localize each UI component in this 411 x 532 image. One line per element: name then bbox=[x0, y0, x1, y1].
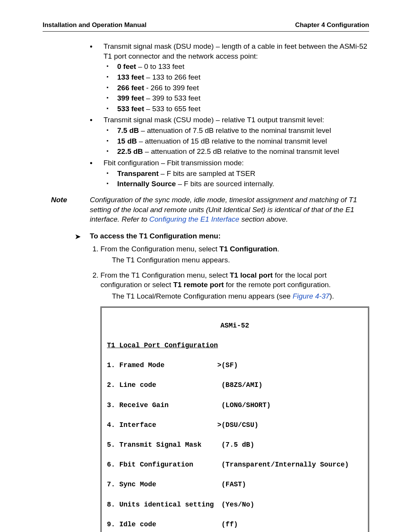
dsu-item: 0 feet – 0 to 133 feet bbox=[104, 62, 369, 72]
page-header: Installation and Operation Manual Chapte… bbox=[43, 21, 369, 32]
bullet-dsu: Transmit signal mask (DSU mode) – length… bbox=[90, 42, 369, 113]
terminal-row: 8. Units identical setting (Yes/No) bbox=[107, 500, 363, 510]
step2-post: for the remote port configuration. bbox=[226, 281, 331, 289]
term-c1: 1. Framed Mode bbox=[107, 360, 217, 370]
note-block: Note Configuration of the sync mode, idl… bbox=[90, 195, 369, 224]
csu-item: 7.5 dB – attenuation of 7.5 dB relative … bbox=[104, 126, 369, 136]
note-link[interactable]: Configuring the E1 Interface bbox=[149, 215, 239, 223]
terminal-title: ASMi-52 bbox=[107, 321, 363, 331]
dsu-b: 266 feet bbox=[117, 84, 144, 92]
csu-item: 15 dB – attenuation of 15 dB relative to… bbox=[104, 136, 369, 146]
terminal-row: 1. Framed Mode>(SF) bbox=[107, 360, 363, 370]
dsu-b: 133 feet bbox=[117, 73, 144, 81]
procedure-steps: From the Configuration menu, select T1 C… bbox=[90, 244, 369, 301]
term-c2: (7.5 dB) bbox=[217, 440, 254, 450]
csu-t: – attenuation of 15 dB relative to the n… bbox=[137, 137, 327, 145]
terminal-heading: T1 Local Port Configuration bbox=[107, 340, 363, 350]
dsu-t: – 133 to 266 feet bbox=[144, 73, 201, 81]
csu-t: – attenuation of 22.5 dB relative to the… bbox=[143, 147, 339, 155]
dsu-b: 399 feet bbox=[117, 94, 144, 102]
step1-bold: T1 Configuration bbox=[220, 245, 277, 253]
term-c1: 2. Line code bbox=[107, 380, 217, 390]
dsu-item: 533 feet – 533 to 655 feet bbox=[104, 104, 369, 114]
dsu-t: – 0 to 133 feet bbox=[136, 62, 185, 70]
arrow-icon: ➤ bbox=[75, 232, 81, 242]
term-c2: (ff) bbox=[217, 519, 238, 529]
step2-b1: T1 local port bbox=[230, 271, 273, 279]
term-c1: 8. Units identical setting bbox=[107, 500, 217, 510]
csu-b: 7.5 dB bbox=[117, 126, 139, 134]
dsu-b: 533 feet bbox=[117, 105, 144, 113]
term-c1: 7. Sync Mode bbox=[107, 479, 217, 489]
terminal-row: 9. Idle code (ff) bbox=[107, 519, 363, 529]
dsu-item: 266 feet - 266 to 399 feet bbox=[104, 83, 369, 93]
header-right: Chapter 4 Configuration bbox=[295, 21, 369, 29]
term-c2: >(SF) bbox=[217, 360, 238, 370]
step2-pre: From the T1 Configuration menu, select bbox=[100, 271, 230, 279]
bullet-fbit: Fbit configuration – Fbit transmission m… bbox=[90, 158, 369, 189]
terminal-row: 4. Interface>(DSU/CSU) bbox=[107, 420, 363, 430]
fbit-item: Internally Source – F bits are sourced i… bbox=[104, 179, 369, 189]
step2-sub-pre: The T1 Local/Remote Configuration menu a… bbox=[112, 292, 293, 300]
step2-b2: T1 remote port bbox=[173, 281, 224, 289]
note-label: Note bbox=[51, 195, 67, 205]
terminal-row: 6. Fbit Configuration (Transparent/Inter… bbox=[107, 460, 363, 470]
terminal-screen: ASMi-52 T1 Local Port Configuration 1. F… bbox=[100, 307, 369, 532]
dsu-t: – 533 to 655 feet bbox=[144, 105, 201, 113]
dsu-t: - 266 to 399 feet bbox=[144, 84, 199, 92]
step1-result: The T1 Configuration menu appears. bbox=[100, 255, 369, 265]
term-c2: (Yes/No) bbox=[217, 500, 254, 510]
csu-t: – attenuation of 7.5 dB relative to the … bbox=[139, 126, 331, 134]
step1-pre: From the Configuration menu, select bbox=[100, 245, 220, 253]
page: Installation and Operation Manual Chapte… bbox=[0, 0, 411, 532]
procedure-heading: ➤ To access the T1 Configuration menu: bbox=[90, 231, 369, 241]
step-2: From the T1 Configuration menu, select T… bbox=[100, 270, 369, 301]
dsu-intro: Transmit signal mask (DSU mode) – length… bbox=[104, 42, 367, 60]
fbit-b: Transparent bbox=[117, 169, 159, 177]
term-c1: 9. Idle code bbox=[107, 519, 217, 529]
term-c1: 5. Transmit Signal Mask bbox=[107, 440, 217, 450]
term-c2: (FAST) bbox=[217, 479, 246, 489]
term-c2: (B8ZS/AMI) bbox=[217, 380, 263, 390]
term-c2: >(DSU/CSU) bbox=[217, 420, 258, 430]
procedure-title: To access the T1 Configuration menu: bbox=[90, 232, 221, 240]
dsu-item: 399 feet – 399 to 533 feet bbox=[104, 93, 369, 103]
dsu-b: 0 feet bbox=[117, 62, 136, 70]
terminal-row: 5. Transmit Signal Mask (7.5 dB) bbox=[107, 440, 363, 450]
csu-b: 22.5 dB bbox=[117, 147, 143, 155]
term-c1: 3. Receive Gain bbox=[107, 400, 217, 410]
csu-b: 15 dB bbox=[117, 137, 137, 145]
step2-result: The T1 Local/Remote Configuration menu a… bbox=[100, 291, 369, 301]
terminal-row: 3. Receive Gain (LONG/SHORT) bbox=[107, 400, 363, 410]
page-body: Transmit signal mask (DSU mode) – length… bbox=[43, 32, 369, 532]
fbit-intro: Fbit configuration – Fbit transmission m… bbox=[104, 159, 244, 167]
term-c2: (LONG/SHORT) bbox=[217, 400, 271, 410]
csu-intro: Transmit signal mask (CSU mode) – relati… bbox=[104, 116, 324, 124]
fbit-t: – F bits are sampled at TSER bbox=[159, 169, 255, 177]
figure-link[interactable]: Figure 4-37 bbox=[293, 292, 330, 300]
dsu-item: 133 feet – 133 to 266 feet bbox=[104, 72, 369, 82]
note-text-post: section above. bbox=[241, 215, 288, 223]
terminal-row: 2. Line code (B8ZS/AMI) bbox=[107, 380, 363, 390]
step1-post: . bbox=[277, 245, 279, 253]
dsu-t: – 399 to 533 feet bbox=[144, 94, 201, 102]
step-1: From the Configuration menu, select T1 C… bbox=[100, 244, 369, 265]
term-c2: (Transparent/Internally Source) bbox=[217, 460, 349, 470]
term-c1: 6. Fbit Configuration bbox=[107, 460, 217, 470]
fbit-item: Transparent – F bits are sampled at TSER bbox=[104, 169, 369, 179]
fbit-b: Internally Source bbox=[117, 180, 176, 188]
fbit-t: – F bits are sourced internally. bbox=[176, 180, 274, 188]
term-c1: 4. Interface bbox=[107, 420, 217, 430]
header-left: Installation and Operation Manual bbox=[43, 21, 147, 29]
step2-sub-post: ). bbox=[330, 292, 334, 300]
terminal-row: 7. Sync Mode (FAST) bbox=[107, 479, 363, 489]
csu-item: 22.5 dB – attenuation of 22.5 dB relativ… bbox=[104, 147, 369, 157]
bullet-csu: Transmit signal mask (CSU mode) – relati… bbox=[90, 115, 369, 157]
